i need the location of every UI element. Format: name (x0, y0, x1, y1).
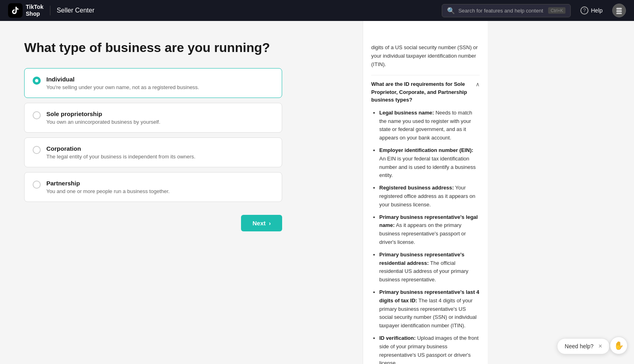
option-corporation[interactable]: Corporation The legal entity of your bus… (24, 137, 282, 167)
header-divider (50, 6, 50, 15)
search-bar[interactable]: 🔍 Search for features and help content C… (442, 4, 571, 17)
main-content: What type of business are you running? I… (0, 21, 634, 364)
panel-partial-text: digits of a US social security number (S… (371, 27, 480, 69)
option-sole-text: Sole proprietorship You own an unincorpo… (46, 110, 160, 125)
seller-center-title: Seller Center (57, 7, 94, 14)
option-partnership-desc: You and one or more people run a busines… (46, 188, 170, 194)
right-help-panel: digits of a US social security number (S… (363, 21, 488, 364)
next-label: Next (252, 220, 266, 227)
need-help-close-icon[interactable]: × (599, 343, 602, 350)
option-sole-desc: You own an unincorporated business by yo… (46, 119, 160, 125)
option-partnership-text: Partnership You and one or more people r… (46, 180, 170, 194)
button-row: Next › (24, 215, 282, 231)
panel-section-title: What are the ID requirements for Sole Pr… (371, 80, 472, 104)
list-item-rep-address: Primary business representative's reside… (379, 251, 480, 284)
content-area: What type of business are you running? I… (0, 21, 363, 364)
option-sole-proprietorship[interactable]: Sole proprietorship You own an unincorpo… (24, 103, 282, 133)
chat-icon: ✋ (614, 341, 624, 350)
option-corporation-desc: The legal entity of your business is ind… (46, 154, 195, 160)
option-individual-text: Individual You're selling under your own… (46, 76, 199, 90)
list-item-id-verification: ID verification: Upload images of the fr… (379, 334, 480, 364)
option-partnership-name: Partnership (46, 180, 170, 187)
logo-text: TikTok Shop (26, 4, 44, 17)
tiktok-logo-icon (8, 3, 23, 18)
option-individual[interactable]: Individual You're selling under your own… (24, 68, 282, 98)
list-item-ein-label: Employer identification number (EIN): (379, 147, 473, 153)
need-help-label: Need help? (565, 343, 594, 349)
list-item-address: Registered business address: Your regist… (379, 184, 480, 209)
panel-section-header[interactable]: What are the ID requirements for Sole Pr… (371, 80, 480, 104)
page-title: What type of business are you running? (24, 40, 339, 55)
header: TikTok Shop Seller Center 🔍 Search for f… (0, 0, 634, 21)
chevron-up-icon: ∧ (476, 81, 480, 87)
list-item-tax-digits: Primary business representative's last 4… (379, 288, 480, 330)
next-arrow-icon: › (269, 220, 271, 227)
option-individual-desc: You're selling under your own name, not … (46, 84, 199, 90)
logo[interactable]: TikTok Shop (8, 3, 44, 18)
option-sole-name: Sole proprietorship (46, 110, 160, 117)
need-help-bubble[interactable]: Need help? × (557, 338, 610, 354)
help-label: Help (591, 7, 603, 14)
id-requirements-list: Legal business name: Needs to match the … (371, 109, 480, 364)
help-circle-icon: ? (580, 6, 588, 15)
radio-corporation (33, 146, 41, 154)
user-avatar[interactable] (612, 4, 626, 17)
business-type-options: Individual You're selling under your own… (24, 68, 339, 202)
list-item-address-label: Registered business address: (379, 185, 454, 191)
list-item-rep-legal-name: Primary business representative's legal … (379, 213, 480, 247)
chat-fab-button[interactable]: ✋ (610, 337, 628, 354)
list-item-id-verification-label: ID verification: (379, 335, 416, 341)
next-button[interactable]: Next › (241, 215, 282, 231)
radio-partnership (33, 181, 41, 189)
panel-divider (371, 75, 480, 75)
panel-section-id-requirements: What are the ID requirements for Sole Pr… (371, 80, 480, 364)
search-placeholder: Search for features and help content (458, 8, 545, 14)
search-shortcut: Ctrl+K (548, 7, 565, 14)
option-partnership[interactable]: Partnership You and one or more people r… (24, 172, 282, 202)
option-individual-name: Individual (46, 76, 199, 83)
help-button[interactable]: ? Help (577, 5, 606, 16)
option-corporation-text: Corporation The legal entity of your bus… (46, 145, 195, 160)
panel-content: digits of a US social security number (S… (363, 21, 488, 364)
radio-sole-proprietorship (33, 111, 41, 119)
search-icon: 🔍 (447, 7, 455, 15)
option-corporation-name: Corporation (46, 145, 195, 152)
list-item-ein-text: An EIN is your federal tax identificatio… (379, 156, 476, 179)
list-item-legal-name-label: Legal business name: (379, 110, 434, 116)
radio-individual (33, 77, 41, 85)
list-item-ein: Employer identification number (EIN): An… (379, 146, 480, 180)
list-item-legal-name: Legal business name: Needs to match the … (379, 109, 480, 142)
